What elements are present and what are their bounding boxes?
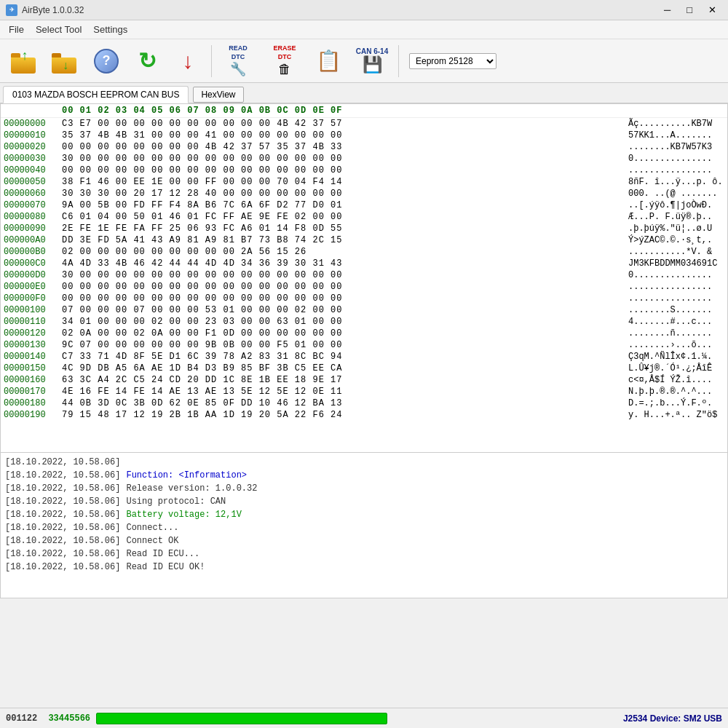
minimize-button[interactable]: ─ — [658, 4, 676, 15]
can-button[interactable]: CAN 6-14 💾 — [350, 42, 394, 80]
clipboard-icon: 📋 — [316, 49, 341, 73]
hexview-tab[interactable]: HexView — [193, 87, 243, 103]
status-device: J2534 Device: SM2 USB — [623, 713, 722, 724]
hex-ascii: Ãç..........KB7W — [622, 119, 724, 129]
hex-bytes: 30 00 00 00 00 00 00 00 00 00 00 00 00 0… — [62, 154, 622, 164]
hex-row: 00000090 2E FE 1E FE FA FF 25 06 93 FC A… — [1, 223, 727, 234]
hex-bytes: DD 3E FD 5A 41 43 A9 81 A9 81 B7 73 B8 7… — [62, 235, 622, 245]
hex-row: 00000130 9C 07 00 00 00 00 00 00 9B 0B 0… — [1, 339, 727, 351]
clipboard-button[interactable]: 📋 — [309, 42, 347, 80]
read-dtc-label-line2: DTC — [232, 53, 245, 61]
read-dtc-button[interactable]: READ DTC 🔧 — [216, 42, 260, 80]
arrow-right-button[interactable]: ↻ — [128, 42, 166, 80]
hex-bytes: 63 3C A4 2C C5 24 CD 20 DD 1C 8E 1B EE 1… — [62, 375, 622, 385]
save-button[interactable]: ↓ — [47, 42, 84, 80]
hex-ascii: c<¤,Å$Í ÝŽ.î.... — [622, 375, 724, 385]
log-line: [18.10.2022, 10.58.06]Connect... — [5, 521, 723, 534]
menu-bar: File Select Tool Settings — [0, 20, 728, 39]
maximize-button[interactable]: □ — [681, 4, 698, 15]
hex-bytes: 4C 9D DB A5 6A AE 1D B4 D3 B9 85 BF 3B C… — [62, 363, 622, 373]
hex-bytes: 44 0B 3D 0C 3B 0D 62 0E 85 0F DD 10 46 1… — [62, 398, 622, 408]
log-message: Battery voltage: 12,1V — [126, 508, 241, 521]
hex-ascii: Ç3qM.^ÑlÎx¢.1.¼. — [622, 352, 724, 362]
hex-addr: 000000A0 — [4, 235, 62, 245]
hex-row: 000000C0 4A 4D 33 4B 46 42 44 44 4D 4D 3… — [1, 258, 727, 269]
hex-row: 00000010 35 37 4B 4B 31 00 00 00 41 00 0… — [1, 130, 727, 141]
menu-settings[interactable]: Settings — [87, 22, 133, 37]
help-button[interactable]: ? — [87, 42, 125, 80]
hex-addr: 00000070 — [4, 200, 62, 210]
hex-bytes: 02 0A 00 00 02 0A 00 00 F1 0D 00 00 00 0… — [62, 328, 622, 339]
hex-row: 00000030 30 00 00 00 00 00 00 00 00 00 0… — [1, 153, 727, 165]
hex-addr: 00000080 — [4, 212, 62, 222]
erase-dtc-label-line1: ERASE — [273, 44, 296, 52]
log-message: Function: <Information> — [126, 469, 247, 482]
hex-addr: 00000050 — [4, 177, 62, 187]
hex-ascii: 000. ..(@ ....... — [622, 189, 724, 199]
erase-dtc-button[interactable]: ERASE DTC 🗑 — [263, 42, 306, 80]
tab-bar: 0103 MAZDA BOSCH EEPROM CAN BUS HexView — [0, 83, 728, 103]
hex-bytes: 07 00 00 00 07 00 00 00 53 01 00 00 00 0… — [62, 305, 622, 315]
read-dtc-label-line1: READ — [229, 44, 248, 52]
hex-bytes: 00 00 00 00 00 00 00 00 00 00 00 00 00 0… — [62, 282, 622, 292]
hex-ascii: 4.......#...c... — [622, 317, 724, 327]
open-button[interactable]: ↑ — [6, 42, 44, 80]
log-time: [18.10.2022, 10.58.06] — [5, 561, 120, 574]
toolbar: ↑ ↓ ? ↻ ↓ READ DTC 🔧 ERASE DTC — [0, 39, 728, 83]
hex-ascii: JM3KFBDDMM034691C — [622, 258, 724, 269]
can-label: CAN 6-14 — [356, 47, 388, 55]
close-button[interactable]: ✕ — [703, 4, 722, 15]
menu-select-tool[interactable]: Select Tool — [30, 22, 87, 37]
log-line: [18.10.2022, 10.58.06]Read ID ECU... — [5, 547, 723, 561]
app-icon: ✈ — [6, 4, 17, 16]
log-message: Release version: 1.0.0.32 — [126, 482, 257, 495]
hex-addr: 00000060 — [4, 189, 62, 199]
log-time: [18.10.2022, 10.58.06] — [5, 547, 120, 561]
hex-row: 00000100 07 00 00 00 07 00 00 00 53 01 0… — [1, 304, 727, 316]
status-progress-bar — [96, 713, 387, 724]
hex-ascii: ..[.ýÿô.¶|joÒwÐ. — [622, 200, 724, 210]
menu-file[interactable]: File — [3, 22, 30, 37]
hex-bytes: 30 00 00 00 00 00 00 00 00 00 00 00 00 0… — [62, 270, 622, 280]
hex-ascii: 8ñF. î...ÿ...p. ô. — [622, 177, 724, 187]
hex-row: 00000120 02 0A 00 00 02 0A 00 00 F1 0D 0… — [1, 328, 727, 339]
hex-ascii: 0............... — [622, 154, 724, 164]
hex-addr: 00000090 — [4, 223, 62, 234]
hex-row: 00000160 63 3C A4 2C C5 24 CD 20 DD 1C 8… — [1, 374, 727, 386]
hex-bytes: 79 15 48 17 12 19 2B 1B AA 1D 19 20 5A 2… — [62, 410, 622, 420]
hex-view[interactable]: 00 01 02 03 04 05 06 07 08 09 0A 0B 0C 0… — [0, 103, 728, 453]
hex-addr: 000000C0 — [4, 258, 62, 269]
hex-addr: 00000180 — [4, 398, 62, 408]
log-message: Connect... — [126, 521, 178, 534]
log-line: [18.10.2022, 10.58.06]Release version: 1… — [5, 482, 723, 495]
hex-addr: 00000010 — [4, 130, 62, 141]
hex-bytes: 38 F1 46 00 EE 1E 00 00 FF 00 00 00 70 0… — [62, 177, 622, 187]
main-content: 00 01 02 03 04 05 06 07 08 09 0A 0B 0C 0… — [0, 103, 728, 706]
log-message: Using protocol: CAN — [126, 495, 226, 508]
hex-row: 00000140 C7 33 71 4D 8F 5E D1 6C 39 78 A… — [1, 351, 727, 363]
read-dtc-icon: 🔧 — [230, 61, 246, 77]
title-bar: ✈ AirByte 1.0.0.32 ─ □ ✕ — [0, 0, 728, 20]
hex-ascii: ................ — [622, 293, 724, 304]
hex-addr: 00000170 — [4, 387, 62, 397]
hex-row: 00000070 9A 00 5B 00 FD FF F4 8A B6 7C 6… — [1, 199, 727, 211]
erase-dtc-icon: 🗑 — [278, 62, 291, 77]
hex-addr: 00000140 — [4, 352, 62, 362]
hex-ascii: y. H...+.ª.. Z"ö$ — [622, 410, 724, 420]
hex-row: 00000170 4E 16 FE 14 FE 14 AE 13 AE 13 5… — [1, 386, 727, 397]
log-time: [18.10.2022, 10.58.06] — [5, 469, 120, 482]
toolbar-separator-1 — [211, 45, 212, 77]
main-tab[interactable]: 0103 MAZDA BOSCH EEPROM CAN BUS — [3, 86, 189, 103]
hex-addr: 00000110 — [4, 317, 62, 327]
eeprom-dropdown[interactable]: Eeprom 25128Eeprom 25256Eeprom 25512 — [409, 53, 496, 69]
arrow-down-button[interactable]: ↓ — [169, 42, 207, 80]
log-line: [18.10.2022, 10.58.06]Connect OK — [5, 534, 723, 547]
hex-addr: 000000D0 — [4, 270, 62, 280]
hex-ascii: ................ — [622, 165, 724, 175]
hex-ascii: Ý>ýZAC©.©.·s¸t,. — [622, 235, 724, 245]
hex-addr: 000000F0 — [4, 293, 62, 304]
hex-ascii: ........KB7W57K3 — [622, 142, 724, 152]
log-line: [18.10.2022, 10.58.06]Using protocol: CA… — [5, 495, 723, 508]
log-message: Connect OK — [126, 534, 178, 547]
log-entries: [18.10.2022, 10.58.06][18.10.2022, 10.58… — [5, 456, 723, 574]
